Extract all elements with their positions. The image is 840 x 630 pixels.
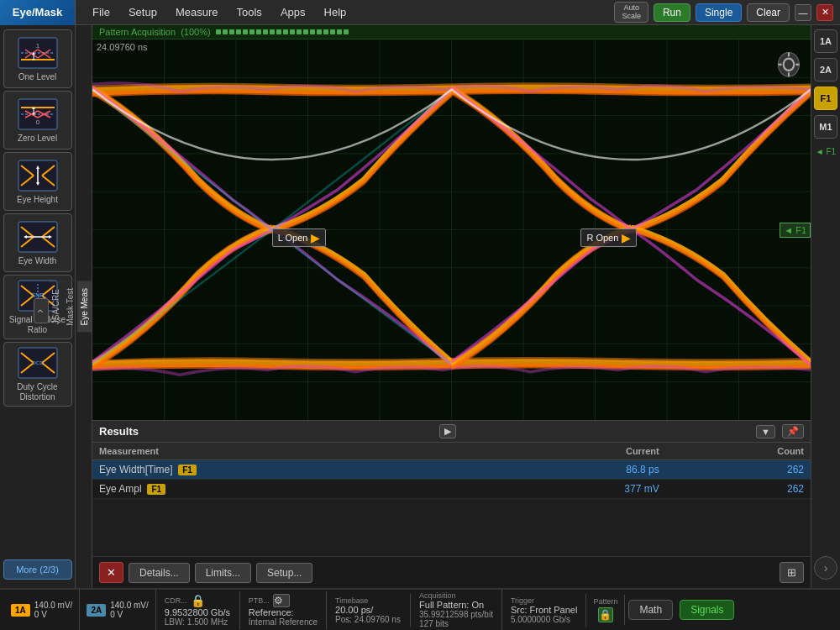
menu-file[interactable]: File — [84, 3, 118, 22]
tab-mask-test[interactable]: Mask Test — [63, 281, 77, 333]
setup-button[interactable]: Setup... — [256, 563, 312, 583]
row1-name-text: Eye Width[Time] — [99, 464, 173, 475]
eye-height-label: Eye Height — [17, 195, 58, 205]
f1-marker-sidebar: ◄ F1 — [816, 147, 836, 156]
pattern-segment: Pattern 🔒 — [586, 595, 625, 625]
timebase-title: Timebase — [335, 596, 402, 605]
eye-width-label: Eye Width — [18, 256, 57, 266]
minimize-button[interactable]: — — [795, 4, 811, 21]
main-layout: 1 One Level 0 — [0, 25, 840, 588]
sidebar-item-eye-width[interactable]: Eye Width — [3, 213, 72, 272]
trigger-segment: Trigger Src: Front Panel 5.0000000 Gb/s — [502, 594, 586, 627]
sidebar-item-dcd[interactable]: DCD Duty Cycle Distortion — [3, 342, 72, 407]
rs-btn-1a[interactable]: 1A — [814, 29, 837, 53]
zero-level-icon: 0 — [17, 97, 59, 131]
cdr-val2: LBW: 1.500 MHz — [165, 617, 231, 627]
one-level-icon: 1 — [17, 36, 59, 70]
row2-name: Eye Ampl F1 — [92, 480, 492, 499]
col-count: Count — [666, 443, 811, 460]
l-open-label: L Open ▶ — [272, 228, 327, 247]
eye-diagram — [92, 39, 811, 420]
acq-val2: 35.99212598 pts/bit — [419, 610, 493, 619]
ch1-val1: 140.0 mV/ — [34, 601, 73, 610]
ch2-val2: 0 V — [110, 610, 149, 619]
grid-view-button[interactable]: ⊞ — [780, 562, 804, 583]
collapse-arrow[interactable]: ‹ — [34, 298, 49, 323]
acquisition-bar: Pattern Acquisition (100%) — [92, 25, 811, 39]
r-open-text: R Open — [586, 233, 618, 243]
signals-button[interactable]: Signals — [680, 600, 734, 620]
sidebar-item-one-level[interactable]: 1 One Level — [3, 29, 72, 88]
rs-btn-2a[interactable]: 2A — [814, 58, 837, 81]
menu-measure[interactable]: Measure — [167, 3, 227, 22]
row2-count: 262 — [666, 480, 811, 499]
nav-right-button[interactable]: › — [814, 556, 837, 580]
row1-name: Eye Width[Time] F1 — [92, 460, 492, 480]
results-pin-button[interactable]: ▼ — [756, 425, 775, 438]
auto-scale-button[interactable]: AutoScale — [614, 2, 648, 24]
ptb-segment: PTB... ⚙ Reference: Internal Reference — [240, 591, 327, 629]
ptb-title: PTB... — [249, 596, 270, 605]
ch2-segment: 2A 140.0 mV/ 0 V — [80, 590, 155, 630]
sidebar-item-zero-level[interactable]: 0 Zero Level — [3, 91, 72, 150]
menu-apps[interactable]: Apps — [272, 3, 314, 22]
trigger-title: Trigger — [511, 596, 577, 605]
status-bar: 1A 140.0 mV/ 0 V 2A 140.0 mV/ 0 V CDR...… — [0, 588, 840, 630]
row1-count: 262 — [666, 460, 811, 480]
clear-button[interactable]: Clear — [747, 3, 790, 22]
ch1-vals: 140.0 mV/ 0 V — [34, 601, 73, 619]
details-button[interactable]: Details... — [129, 563, 190, 583]
timebase-val1: 20.00 ps/ — [335, 605, 402, 615]
results-table: Measurement Current Count Eye Width[Time… — [92, 443, 811, 499]
limits-button[interactable]: Limits... — [195, 563, 251, 583]
table-row[interactable]: Eye Width[Time] F1 86.8 ps 262 — [92, 460, 811, 480]
math-button[interactable]: Math — [628, 600, 673, 620]
action-buttons: ✕ Details... Limits... Setup... ⊞ — [92, 556, 811, 588]
waveform-time-label: 24.09760 ns — [97, 42, 148, 52]
acq-title: Acquisition — [419, 591, 493, 600]
menu-setup[interactable]: Setup — [120, 3, 165, 22]
rs-btn-f1[interactable]: F1 — [814, 87, 837, 110]
eye-mask-logo: Eye/Mask — [0, 0, 76, 25]
cdr-val1: 9.9532800 Gb/s — [165, 607, 231, 617]
row1-current: 86.8 ps — [492, 460, 666, 480]
acq-val1: Full Pattern: On — [419, 600, 493, 610]
trigger-val1: Src: Front Panel — [511, 605, 577, 615]
table-row[interactable]: Eye Ampl F1 377 mV 262 — [92, 480, 811, 499]
col-measurement: Measurement — [92, 443, 492, 460]
timebase-segment: Timebase 20.00 ps/ Pos: 24.09760 ns — [327, 594, 411, 627]
svg-text:1: 1 — [35, 42, 39, 50]
close-results-button[interactable]: ✕ — [99, 562, 123, 583]
r-open-arrow: ▶ — [622, 231, 631, 244]
eye-height-icon — [17, 159, 59, 192]
tab-eye-meas[interactable]: Eye Meas — [77, 281, 92, 332]
menu-tools[interactable]: Tools — [228, 3, 270, 22]
lock-icon: 🔒 — [191, 594, 205, 607]
results-expand-button[interactable]: ▶ — [439, 424, 456, 438]
close-button[interactable]: ✕ — [816, 4, 833, 21]
results-title: Results — [99, 425, 139, 438]
eye-width-icon — [17, 220, 59, 254]
r-open-label: R Open ▶ — [580, 228, 637, 247]
svg-text:DCD: DCD — [32, 360, 44, 365]
results-pin2-button[interactable]: 📌 — [782, 424, 804, 438]
waveform-panel: 24.09760 ns — [92, 39, 811, 420]
cdr-title: CDR... — [165, 596, 187, 605]
sidebar-item-eye-height[interactable]: Eye Height — [3, 152, 72, 211]
ptb-settings-icon[interactable]: ⚙ — [273, 594, 290, 607]
menu-help[interactable]: Help — [316, 3, 355, 22]
ch1-segment: 1A 140.0 mV/ 0 V — [4, 590, 80, 630]
rs-btn-m1[interactable]: M1 — [814, 115, 837, 139]
single-button[interactable]: Single — [696, 3, 742, 22]
lock-pattern-icon[interactable]: 🔒 — [598, 607, 613, 622]
tab-jsa-cre[interactable]: JSA/CRE — [49, 281, 63, 331]
acquisition-segment: Acquisition Full Pattern: On 35.99212598… — [411, 589, 502, 630]
more-button[interactable]: More (2/3) — [3, 559, 72, 580]
acq-val3: 127 bits — [419, 619, 493, 628]
cdr-segment: CDR... 🔒 9.9532800 Gb/s LBW: 1.500 MHz — [156, 591, 240, 629]
pattern-label: Pattern — [593, 597, 617, 606]
acq-dots — [216, 29, 349, 34]
run-button[interactable]: Run — [654, 3, 690, 22]
dcd-icon: DCD — [17, 346, 59, 380]
trigger-val2: 5.0000000 Gb/s — [511, 615, 577, 624]
